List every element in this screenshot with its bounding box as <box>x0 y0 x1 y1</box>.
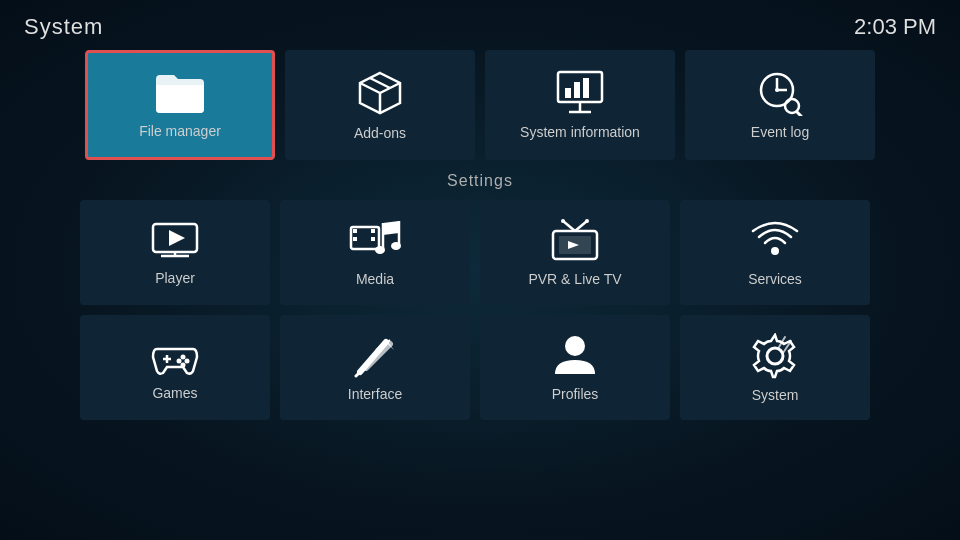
grid-item-media[interactable]: Media <box>280 200 470 305</box>
svg-point-28 <box>375 246 385 254</box>
settings-label: Settings <box>0 172 960 190</box>
svg-point-51 <box>767 348 783 364</box>
grid-item-profiles[interactable]: Profiles <box>480 315 670 420</box>
header: System 2:03 PM <box>0 0 960 50</box>
top-item-system-information[interactable]: System information <box>485 50 675 160</box>
page-title: System <box>24 14 103 40</box>
svg-point-14 <box>775 88 779 92</box>
svg-line-32 <box>563 221 575 231</box>
svg-rect-8 <box>565 88 571 98</box>
svg-line-16 <box>797 112 801 116</box>
top-item-file-manager[interactable]: File manager <box>85 50 275 160</box>
svg-rect-23 <box>353 237 357 241</box>
file-manager-label: File manager <box>139 123 221 139</box>
grid-row-1: Player Media <box>80 200 880 305</box>
games-label: Games <box>152 385 197 401</box>
grid-item-services[interactable]: Services <box>680 200 870 305</box>
player-label: Player <box>155 270 195 286</box>
event-log-label: Event log <box>751 124 809 140</box>
svg-point-43 <box>177 358 182 363</box>
system-information-label: System information <box>520 124 640 140</box>
grid-item-pvr-live-tv[interactable]: PVR & Live TV <box>480 200 670 305</box>
svg-rect-24 <box>371 229 375 233</box>
svg-line-46 <box>356 372 360 376</box>
services-label: Services <box>748 271 802 287</box>
system-label: System <box>752 387 799 403</box>
top-item-add-ons[interactable]: Add-ons <box>285 50 475 160</box>
grid-item-games[interactable]: Games <box>80 315 270 420</box>
grid-item-system[interactable]: System <box>680 315 870 420</box>
pvr-live-tv-label: PVR & Live TV <box>528 271 621 287</box>
profiles-label: Profiles <box>552 386 599 402</box>
svg-point-42 <box>185 358 190 363</box>
svg-rect-9 <box>574 82 580 98</box>
svg-rect-10 <box>583 78 589 98</box>
svg-line-4 <box>370 78 390 88</box>
svg-marker-20 <box>169 230 185 246</box>
grid-row-2: Games Interface Profiles <box>80 315 880 420</box>
svg-point-35 <box>585 219 589 223</box>
clock: 2:03 PM <box>854 14 936 40</box>
svg-point-50 <box>565 336 585 356</box>
svg-point-41 <box>181 354 186 359</box>
top-row: File manager Add-ons System information <box>0 50 960 160</box>
top-item-event-log[interactable]: Event log <box>685 50 875 160</box>
grid-item-interface[interactable]: Interface <box>280 315 470 420</box>
svg-point-44 <box>181 362 186 367</box>
svg-line-1 <box>360 83 380 93</box>
svg-point-29 <box>391 242 401 250</box>
svg-point-34 <box>561 219 565 223</box>
media-label: Media <box>356 271 394 287</box>
svg-rect-25 <box>371 237 375 241</box>
svg-rect-22 <box>353 229 357 233</box>
svg-line-33 <box>575 221 587 231</box>
interface-label: Interface <box>348 386 402 402</box>
settings-grid: Player Media <box>0 200 960 420</box>
add-ons-label: Add-ons <box>354 125 406 141</box>
grid-item-player[interactable]: Player <box>80 200 270 305</box>
svg-point-38 <box>771 247 779 255</box>
